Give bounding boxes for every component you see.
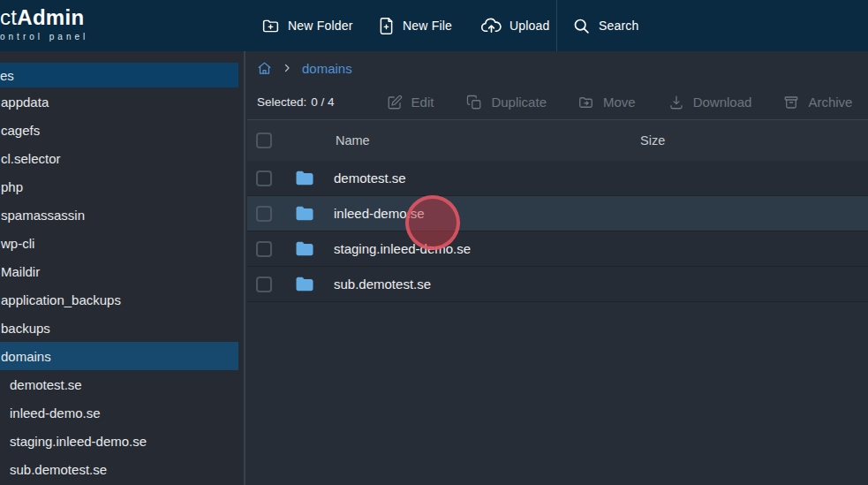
sidebar-item-label: sub.demotest.se — [10, 462, 107, 477]
sidebar-item-label: wp-cli — [1, 236, 34, 251]
folder-tree-sidebar: es appdata cagefs cl.selector php spamas… — [0, 51, 245, 485]
file-table-header: Name Size — [247, 120, 868, 161]
row-checkbox[interactable] — [256, 206, 272, 222]
select-all-checkbox[interactable] — [256, 133, 272, 148]
upload-button[interactable]: Upload — [481, 0, 550, 51]
new-folder-icon — [261, 17, 280, 35]
breadcrumb-domains-link[interactable]: domains — [302, 61, 352, 76]
move-folder-icon — [577, 95, 594, 110]
sidebar-item-php[interactable]: php — [0, 172, 238, 201]
new-file-button[interactable]: New File — [378, 0, 452, 51]
sidebar-item-label: cl.selector — [1, 151, 61, 166]
search-button[interactable]: Search — [572, 0, 639, 51]
app-logo: ctAdmin ontrol panel — [0, 7, 245, 42]
duplicate-label: Duplicate — [491, 95, 547, 110]
download-label: Download — [693, 95, 752, 110]
sidebar-item-demotest-se[interactable]: demotest.se — [0, 370, 238, 398]
sidebar-item-appdata[interactable]: appdata — [0, 87, 238, 116]
sidebar-item-label: backups — [1, 321, 50, 336]
table-row[interactable]: staging.inleed-demo.se — [247, 231, 868, 267]
sidebar-item-cagefs[interactable]: cagefs — [0, 116, 238, 144]
folder-icon — [295, 240, 314, 257]
new-file-label: New File — [403, 19, 452, 33]
file-name: demotest.se — [334, 171, 640, 186]
edit-button[interactable]: Edit — [387, 95, 434, 110]
logo-subtitle: ontrol panel — [0, 33, 245, 42]
sidebar-item-label: es — [0, 68, 14, 83]
sidebar-item-label: appdata — [1, 95, 49, 110]
action-bar: Selected: 0 / 4 Edit Duplicate Move — [247, 85, 868, 120]
search-label: Search — [599, 19, 639, 33]
logo-text-bold: Admin — [17, 5, 84, 29]
sidebar-item-label: application_backups — [1, 292, 121, 307]
table-row[interactable]: sub.demotest.se — [247, 267, 868, 302]
sidebar-item-label: spamassassin — [1, 208, 85, 223]
file-name: staging.inleed-demo.se — [334, 241, 640, 256]
folder-icon — [295, 170, 314, 186]
archive-button[interactable]: Archive — [783, 95, 852, 110]
sidebar-item-label: demotest.se — [10, 377, 82, 392]
sidebar-item-label: inleed-demo.se — [10, 405, 101, 421]
upload-label: Upload — [509, 19, 550, 33]
archive-box-icon — [783, 95, 799, 110]
header-divider — [556, 0, 557, 51]
duplicate-button[interactable]: Duplicate — [466, 95, 547, 110]
sidebar-item-cl-selector[interactable]: cl.selector — [0, 144, 238, 172]
chevron-right-icon — [282, 63, 292, 73]
new-folder-label: New Folder — [288, 19, 353, 33]
duplicate-copy-icon — [466, 95, 482, 110]
sidebar-item-wp-cli[interactable]: wp-cli — [0, 229, 238, 257]
move-label: Move — [603, 95, 636, 110]
selected-counter: Selected: 0 / 4 — [257, 95, 335, 109]
column-header-name[interactable]: Name — [336, 133, 640, 148]
file-manager-content: domains Selected: 0 / 4 Edit Duplicate M… — [247, 51, 868, 485]
sidebar-item-label: staging.inleed-demo.se — [10, 434, 147, 449]
row-checkbox[interactable] — [256, 241, 272, 257]
table-row[interactable]: inleed-demo.se — [247, 196, 868, 231]
new-folder-button[interactable]: New Folder — [261, 0, 353, 51]
selected-label: Selected: — [257, 95, 306, 109]
sidebar-item-sub-demotest-se[interactable]: sub.demotest.se — [0, 455, 238, 483]
archive-label: Archive — [808, 95, 852, 110]
sidebar-item-backups[interactable]: backups — [0, 314, 238, 342]
app-header: ctAdmin ontrol panel New Folder New File… — [0, 0, 868, 51]
selected-count: 0 / 4 — [311, 95, 334, 109]
edit-pencil-icon — [387, 95, 403, 110]
file-name: inleed-demo.se — [334, 206, 640, 221]
sidebar-item-label: Maildir — [1, 264, 40, 279]
search-icon — [572, 17, 591, 35]
sidebar-item-spamassassin[interactable]: spamassassin — [0, 201, 238, 229]
home-icon[interactable] — [257, 61, 272, 76]
sidebar-item-maildir[interactable]: Maildir — [0, 257, 238, 285]
row-checkbox[interactable] — [256, 171, 272, 186]
sidebar-item-domains[interactable]: domains — [0, 342, 238, 370]
sidebar-item-label: php — [1, 179, 23, 194]
breadcrumb: domains — [247, 51, 868, 85]
sidebar-item-staging-inleed-demo-se[interactable]: staging.inleed-demo.se — [0, 427, 238, 455]
new-file-icon — [378, 17, 395, 35]
table-row[interactable]: demotest.se — [247, 161, 868, 196]
file-name: sub.demotest.se — [334, 277, 640, 292]
sidebar-item-label: domains — [1, 349, 51, 364]
upload-cloud-icon — [481, 17, 502, 35]
sidebar-item-application-backups[interactable]: application_backups — [0, 285, 238, 314]
download-button[interactable]: Download — [668, 95, 752, 110]
folder-icon — [295, 276, 314, 292]
sidebar-item-root[interactable]: es — [0, 63, 238, 87]
edit-label: Edit — [411, 95, 434, 110]
sidebar-item-label: cagefs — [1, 123, 40, 138]
column-header-size[interactable]: Size — [640, 133, 665, 148]
move-button[interactable]: Move — [577, 95, 636, 110]
logo-text-light: ct — [0, 5, 17, 29]
download-icon — [668, 95, 684, 110]
folder-icon — [295, 205, 314, 222]
row-checkbox[interactable] — [256, 277, 272, 292]
sidebar-item-inleed-demo-se[interactable]: inleed-demo.se — [0, 398, 238, 427]
